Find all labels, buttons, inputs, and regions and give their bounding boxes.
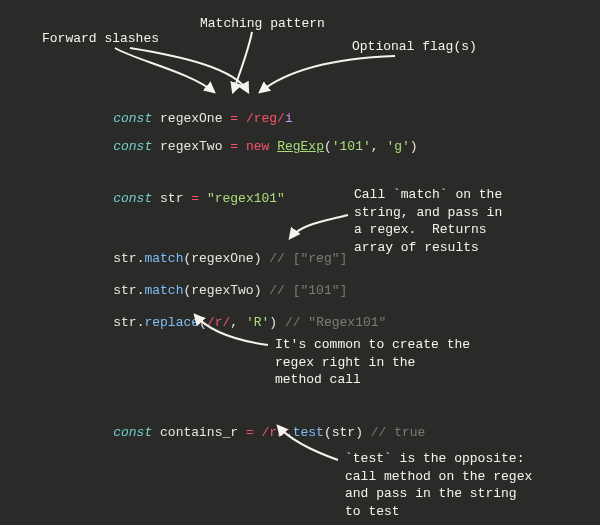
keyword-const: const [113,139,152,154]
paren-close: ) [269,315,277,330]
string-regex101: "regex101" [207,191,285,206]
paren-open: ( [199,315,207,330]
arg-regexTwo: regexTwo [191,283,253,298]
identifier-str: str [113,251,136,266]
paren-open: ( [324,139,332,154]
annotation-optional-flags: Optional flag(s) [352,38,477,56]
paren-close: ) [254,251,262,266]
dot: . [285,425,293,440]
identifier-str: str [113,315,136,330]
arg-regexOne: regexOne [191,251,253,266]
method-replace: replace [144,315,199,330]
code-line-7: const contains_r = /r/.test(str) // true [82,410,425,455]
annotation-match: Call `match` on the string, and pass in … [354,186,502,256]
method-test: test [293,425,324,440]
comment-true: // true [371,425,426,440]
paren-open: ( [324,425,332,440]
identifier-regexTwo: regexTwo [160,139,222,154]
keyword-const: const [113,191,152,206]
class-RegExp: RegExp [277,139,324,154]
comment-101: // ["101"] [269,283,347,298]
operator-equals: = [246,425,254,440]
arg-str: str [332,425,355,440]
operator-equals: = [230,139,238,154]
regex-r: /r/ [262,425,285,440]
string-R: 'R' [246,315,269,330]
identifier-contains_r: contains_r [160,425,238,440]
annotation-test: `test` is the opposite: call method on t… [345,450,532,520]
keyword-new: new [246,139,269,154]
paren-close: ) [254,283,262,298]
comment-regex101: // "Regex101" [285,315,386,330]
method-match: match [144,251,183,266]
annotation-forward-slashes: Forward slashes [42,30,159,48]
regex-r: /r/ [207,315,230,330]
identifier-str: str [113,283,136,298]
paren-close: ) [355,425,363,440]
annotation-matching-pattern: Matching pattern [200,15,325,33]
string-g: 'g' [386,139,409,154]
keyword-const: const [113,425,152,440]
comma: , [371,139,379,154]
paren-close: ) [410,139,418,154]
code-diagram: Forward slashes Matching pattern Optiona… [0,0,600,525]
comment-reg: // ["reg"] [269,251,347,266]
method-match: match [144,283,183,298]
code-line-3: const str = "regex101" [82,176,285,221]
comma: , [230,315,238,330]
annotation-inline-regex: It's common to create the regex right in… [275,336,470,389]
code-line-2: const regexTwo = new RegExp('101', 'g') [82,124,418,169]
string-101: '101' [332,139,371,154]
identifier-str: str [160,191,183,206]
operator-equals: = [191,191,199,206]
